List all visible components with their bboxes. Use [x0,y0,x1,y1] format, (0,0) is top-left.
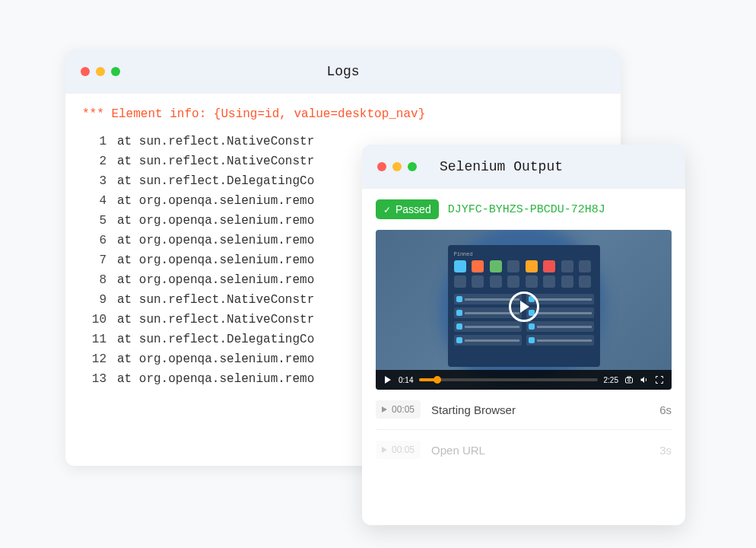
selenium-output-window: Selenium Output Passed DJYFC-BYHZS-PBCDU… [362,145,685,525]
close-icon[interactable] [377,162,386,171]
minimize-icon[interactable] [392,162,402,171]
test-id: DJYFC-BYHZS-PBCDU-72H8J [448,203,605,216]
step-timestamp: 00:05 [392,444,415,455]
traffic-lights [377,162,417,171]
line-number: 8 [82,273,106,287]
step-label: Open URL [431,444,649,457]
line-number: 7 [82,253,106,267]
camera-icon[interactable] [624,375,634,384]
maximize-icon[interactable] [111,67,120,76]
test-step-row[interactable]: 00:05 Starting Browser 6s [376,390,672,430]
minimize-icon[interactable] [96,67,105,76]
status-label: Passed [395,203,431,215]
selenium-title: Selenium Output [440,159,563,174]
svg-point-1 [628,379,631,381]
logs-titlebar[interactable]: Logs [65,49,621,94]
selenium-content: Passed DJYFC-BYHZS-PBCDU-72H8J Pinned [362,189,685,480]
line-number: 1 [82,135,106,148]
line-number: 10 [82,313,106,327]
line-number: 9 [82,293,106,307]
current-time: 0:14 [399,376,413,384]
step-time-badge[interactable]: 00:05 [376,400,421,419]
line-number: 11 [82,333,106,346]
play-icon [382,406,387,413]
line-number: 2 [82,155,106,168]
test-step-row[interactable]: 00:05 Open URL 3s [376,430,672,470]
video-controls: 0:14 2:25 [376,370,672,390]
passed-badge: Passed [376,199,439,219]
element-info-line: *** Element info: {Using=id, value=deskt… [82,107,604,121]
maximize-icon[interactable] [408,162,417,171]
step-duration: 6s [659,403,672,416]
logs-title: Logs [326,64,359,79]
line-number: 13 [82,372,106,386]
step-label: Starting Browser [431,403,649,416]
play-button[interactable] [509,292,539,322]
video-player[interactable]: Pinned [376,230,672,390]
step-time-badge[interactable]: 00:05 [376,441,421,459]
line-number: 4 [82,194,106,208]
line-number: 3 [82,174,106,188]
desktop-label: Pinned [454,251,594,257]
svg-rect-0 [626,378,633,384]
volume-icon[interactable] [640,375,649,384]
status-row: Passed DJYFC-BYHZS-PBCDU-72H8J [376,199,672,219]
play-control-icon[interactable] [383,375,392,384]
check-icon [383,203,391,215]
close-icon[interactable] [81,67,90,76]
video-duration: 2:25 [604,376,618,384]
play-icon [520,301,529,313]
progress-bar[interactable] [419,378,597,381]
line-number: 12 [82,352,106,366]
selenium-titlebar[interactable]: Selenium Output [362,145,685,189]
fullscreen-icon[interactable] [655,375,664,384]
step-duration: 3s [659,444,672,457]
step-timestamp: 00:05 [392,404,415,415]
traffic-lights [81,67,120,76]
svg-rect-2 [627,377,631,378]
line-number: 6 [82,234,106,247]
play-icon [382,447,387,453]
line-number: 5 [82,214,106,228]
